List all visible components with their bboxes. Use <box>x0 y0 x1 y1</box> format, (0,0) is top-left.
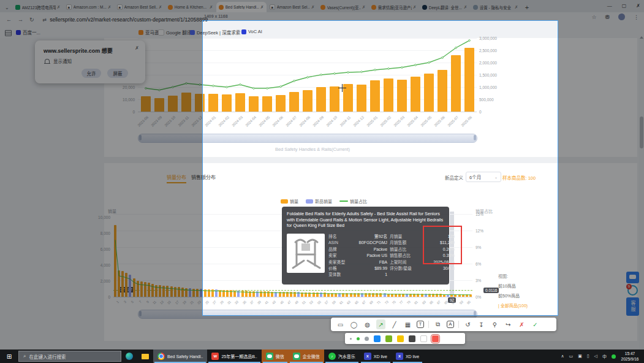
mosaic-tool-icon[interactable]: ▦ <box>403 319 412 329</box>
taskbar-app-wps[interactable]: W25年第一期选品B.. <box>207 350 261 363</box>
share-tool-icon[interactable]: ↪ <box>504 319 513 329</box>
stroke-size-3[interactable] <box>350 338 352 340</box>
tab--[interactable]: 设置 - 隐私与安全✗ <box>471 2 521 12</box>
tab-amazon-com-m-[interactable]: aAmazon.com : M...✗ <box>64 2 114 12</box>
trend-datazoom-slider[interactable] <box>138 134 477 143</box>
service-logo-icon[interactable]: 9 <box>627 285 638 296</box>
ellipse-tool-icon[interactable]: ◯ <box>349 319 358 329</box>
tab-sales-distribution[interactable]: 销量分布 <box>167 174 186 183</box>
site-info-icon[interactable]: ⇄ <box>43 17 47 23</box>
tab-close-icon[interactable]: ✗ <box>210 5 213 10</box>
minimize-button[interactable]: — <box>607 3 612 9</box>
tab-close-icon[interactable]: ✗ <box>311 5 315 10</box>
bookmark-4[interactable]: DeepSeek | 深度求索 <box>190 29 240 36</box>
text-tool-icon[interactable]: T <box>417 321 424 328</box>
tab-close-icon[interactable]: ✗ <box>413 5 417 10</box>
back-icon[interactable]: ← <box>6 17 12 23</box>
pen-tool-icon[interactable]: ╱ <box>390 319 399 329</box>
tab-bed-safety-handl-[interactable]: Bed Safety Handl...✗ <box>216 2 267 12</box>
chat-bubble-icon[interactable] <box>626 272 639 283</box>
customer-service-widget[interactable]: 9 客服 <box>626 272 639 316</box>
view-filter-3[interactable]: | 全部商品(100) <box>498 301 528 311</box>
bookmark-5[interactable]: VoC AI <box>241 29 262 34</box>
undo-tool-icon[interactable]: ↺ <box>463 319 472 329</box>
tab-close-icon[interactable]: ✗ <box>159 5 162 10</box>
color-swatch-454545[interactable] <box>409 335 415 342</box>
new-tab-button[interactable]: + <box>525 4 529 11</box>
taskbar-app-explorer[interactable] <box>137 350 153 363</box>
tray-display-icon[interactable]: ▭ <box>569 354 574 359</box>
legend-item-新品销量[interactable]: 新品销量 <box>306 198 332 204</box>
taskbar-app-soda-music[interactable]: ♪汽水音乐 <box>324 350 360 363</box>
close-tool-icon[interactable]: ✗ <box>517 319 526 329</box>
save-page-icon[interactable]: ⛃ <box>605 14 610 20</box>
tab-vases-current-[interactable]: Vases(Current)|亚...✗ <box>318 2 368 12</box>
page-scrollbar[interactable] <box>639 38 644 350</box>
tray-chevron-icon[interactable]: ∧ <box>561 354 564 359</box>
reload-icon[interactable]: ↻ <box>29 17 34 23</box>
color-swatch-79b421[interactable] <box>385 335 392 342</box>
view-filter-2[interactable]: 前50%商品 <box>498 291 528 301</box>
customer-service-label[interactable]: 客服 <box>626 297 639 316</box>
tray-capture-icon[interactable]: ▣ <box>578 354 582 359</box>
tab-revenue-distribution[interactable]: 销售额分布 <box>191 174 216 180</box>
tab-amazon-best-sell-[interactable]: aAmazon Best Sell...✗ <box>115 2 165 12</box>
allow-button[interactable]: 允许 <box>81 69 101 78</box>
stroke-size-7[interactable] <box>365 337 369 341</box>
taskbar-app-xd-live[interactable]: XXD live <box>360 350 392 363</box>
start-button[interactable]: ⊞ <box>0 350 18 363</box>
pin-tool-icon[interactable]: ⚲ <box>490 319 499 329</box>
tray-volume-icon[interactable]: ◁ <box>594 354 597 359</box>
bookmark-3[interactable]: GGoogle 翻译 <box>158 29 191 36</box>
ime-indicator[interactable]: 中 <box>602 353 607 359</box>
pin-image-tool-icon[interactable]: ⧉ <box>433 319 442 329</box>
tab-close-icon[interactable]: ✗ <box>57 5 61 10</box>
tab-close-icon[interactable]: ✗ <box>260 5 264 10</box>
tab-close-icon[interactable]: ✗ <box>515 5 518 10</box>
forward-icon[interactable]: → <box>18 17 23 23</box>
profile-avatar[interactable] <box>618 13 625 20</box>
tab-close-icon[interactable]: ✗ <box>362 5 366 10</box>
tab-amazon-best-sel-[interactable]: aAmazon Best Sel...✗ <box>267 2 317 12</box>
maximize-button[interactable]: ▢ <box>622 3 627 9</box>
legend-item-销量占比[interactable]: 销量占比 <box>339 198 367 204</box>
confirm-tool-icon[interactable]: ✓ <box>531 319 540 329</box>
sticker-tool-icon[interactable]: ◍ <box>363 319 372 329</box>
taskbar-app-edge[interactable] <box>121 350 137 363</box>
color-swatch-1788f5[interactable] <box>374 335 381 342</box>
bookmark-star-icon[interactable]: ☆ <box>591 14 596 20</box>
block-button[interactable]: 屏蔽 <box>107 69 128 78</box>
save-tool-icon[interactable]: ↧ <box>477 319 486 329</box>
taskbar-clock[interactable]: 15:47 2025/9/16 <box>617 351 643 362</box>
browser-menu-icon[interactable]: ⋮ <box>634 14 639 20</box>
rectangle-tool-icon[interactable]: ▭ <box>336 319 345 329</box>
taskbar-app-wecom[interactable]: 企业微信 <box>289 350 324 363</box>
arrow-tool-icon[interactable]: ↗ <box>376 319 385 329</box>
tab-close-icon[interactable]: ✗ <box>464 5 468 10</box>
tab-deepl-[interactable]: DeepL翻译: 全世...✗ <box>420 2 470 12</box>
scrollbar-up-arrow[interactable] <box>640 36 643 39</box>
taskbar-app-chrome[interactable]: Bed Safety Handl.. <box>153 350 207 363</box>
period-select[interactable]: 6个月 ⌄ <box>466 172 501 182</box>
taskbar-app-xd-live[interactable]: XXD live <box>392 350 423 363</box>
tab-amz123-[interactable]: AMZ123跨境电商导航✗ <box>13 2 63 12</box>
tray-phone-icon[interactable]: ▯ <box>587 354 589 359</box>
color-swatch-f4574d[interactable] <box>432 335 439 342</box>
close-window-button[interactable]: ✗ <box>636 3 640 9</box>
view-filter-1[interactable]: 前10商品 <box>498 281 528 291</box>
bookmark-1[interactable]: 百度一... <box>16 29 40 36</box>
tab--[interactable]: 需求情报|亚马逊产品|...✗ <box>369 2 419 12</box>
tab-close-icon[interactable]: ✗ <box>108 5 112 10</box>
tab-search-chevron-icon[interactable]: ⌄ <box>5 5 9 10</box>
tray-status-icon[interactable] <box>612 354 616 359</box>
bookmarks-grid-icon[interactable] <box>5 30 12 36</box>
extract-text-tool-icon[interactable]: A <box>447 321 454 328</box>
stroke-size-5[interactable] <box>357 337 360 340</box>
taskbar-search[interactable]: ⌕ 在此键入进行搜索 <box>18 351 121 362</box>
tab-home-kitchen-[interactable]: Home & Kitchen...✗ <box>165 2 216 12</box>
taskbar-app-wechat[interactable]: 微信 <box>262 350 289 363</box>
color-swatch-f5c400[interactable] <box>397 335 404 342</box>
scrollbar-thumb[interactable] <box>640 117 643 148</box>
notification-close-icon[interactable]: ✗ <box>135 45 139 51</box>
color-swatch-ffffff[interactable] <box>420 335 427 342</box>
